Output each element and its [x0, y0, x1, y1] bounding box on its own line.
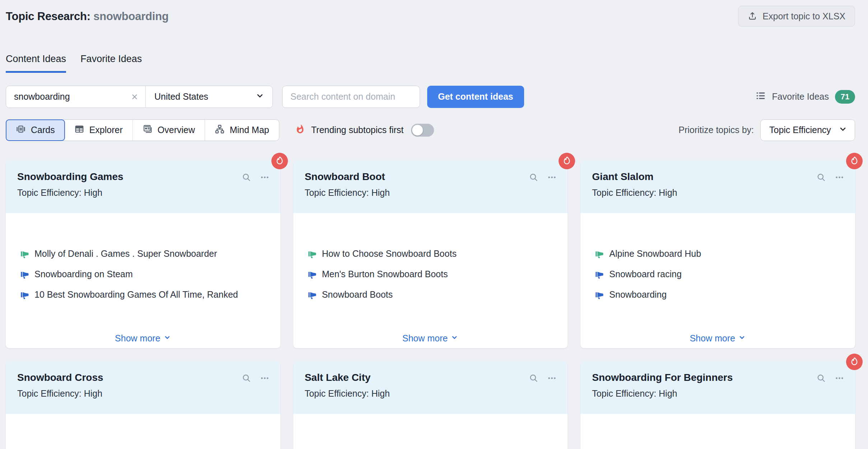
get-content-ideas-button[interactable]: Get content ideas — [427, 86, 524, 108]
idea-item[interactable]: Molly of Denali . Games . Super Snowboar… — [20, 249, 270, 259]
page-title-label: Topic Research: — [6, 10, 90, 23]
idea-item-text: Snowboarding — [609, 289, 667, 300]
prioritize-label: Prioritize topics by: — [678, 125, 754, 135]
chevron-down-icon — [738, 333, 746, 344]
trending-subtopics-toggle[interactable] — [411, 124, 434, 137]
megaphone-icon — [308, 249, 317, 259]
topic-efficiency-label: Topic Efficiency: High — [592, 188, 677, 198]
card-body — [293, 414, 568, 449]
topic-query-input[interactable] — [13, 91, 130, 102]
export-topic-button[interactable]: Export topic to XLSX — [738, 6, 855, 27]
ellipsis-menu-icon[interactable] — [260, 373, 270, 383]
prioritize-control: Prioritize topics by: Topic Efficiency — [678, 119, 855, 141]
card-title[interactable]: Salt Lake City — [305, 372, 390, 383]
show-more-label: Show more — [690, 333, 735, 344]
card-actions — [242, 171, 270, 213]
search-icon[interactable] — [242, 172, 251, 182]
search-icon[interactable] — [529, 373, 538, 383]
idea-item[interactable]: Snowboard Boots — [308, 290, 557, 300]
card-body: How to Choose Snowboard Boots Men's Burt… — [293, 213, 568, 348]
idea-list: How to Choose Snowboard Boots Men's Burt… — [293, 213, 568, 300]
topic-efficiency-label: Topic Efficiency: High — [305, 388, 390, 399]
ellipsis-menu-icon[interactable] — [260, 172, 270, 182]
page-header: Topic Research: snowboarding Export topi… — [6, 6, 855, 30]
show-more-label: Show more — [115, 333, 160, 344]
ellipsis-menu-icon[interactable] — [547, 172, 557, 182]
region-select[interactable]: United States — [146, 86, 272, 108]
idea-item[interactable]: Snowboarding — [595, 290, 844, 300]
card-header: Snowboard Cross Topic Efficiency: High — [6, 361, 280, 414]
table-icon — [74, 124, 84, 136]
idea-item[interactable]: Alpine Snowboard Hub — [595, 249, 844, 259]
card-header-text: Giant Slalom Topic Efficiency: High — [592, 171, 677, 213]
search-icon[interactable] — [529, 172, 538, 182]
topic-card: Salt Lake City Topic Efficiency: High — [293, 361, 568, 449]
query-group: United States — [6, 86, 273, 108]
megaphone-icon — [308, 290, 317, 299]
card-body — [580, 414, 855, 449]
card-title[interactable]: Snowboard Cross — [17, 372, 103, 383]
ellipsis-menu-icon[interactable] — [835, 172, 844, 182]
ellipsis-menu-icon[interactable] — [547, 373, 557, 383]
topic-efficiency-label: Topic Efficiency: High — [305, 188, 390, 198]
domain-search-input[interactable] — [282, 86, 420, 108]
idea-item[interactable]: Snowboard racing — [595, 269, 844, 279]
card-title[interactable]: Snowboarding Games — [17, 171, 123, 183]
card-header: Snowboarding For Beginners Topic Efficie… — [580, 361, 855, 414]
idea-item[interactable]: Snowboarding on Steam — [20, 269, 270, 279]
ellipsis-menu-icon[interactable] — [835, 373, 844, 383]
export-button-label: Export topic to XLSX — [762, 11, 845, 22]
region-select-value: United States — [154, 91, 208, 102]
megaphone-icon — [308, 270, 317, 279]
tab-favorite-ideas[interactable]: Favorite Ideas — [80, 53, 142, 73]
card-title[interactable]: Snowboarding For Beginners — [592, 372, 733, 383]
topic-card: Snowboarding Games Topic Efficiency: Hig… — [6, 160, 280, 348]
view-tab-label: Overview — [158, 125, 195, 135]
megaphone-icon — [595, 290, 604, 299]
favorite-ideas-link[interactable]: Favorite Ideas 71 — [755, 90, 855, 104]
card-title[interactable]: Giant Slalom — [592, 171, 677, 183]
search-icon[interactable] — [816, 172, 826, 182]
card-body — [6, 414, 280, 449]
view-tab-explorer[interactable]: Explorer — [65, 120, 133, 141]
trending-fire-badge — [846, 153, 863, 169]
fire-icon — [295, 124, 305, 136]
view-tab-overview[interactable]: Overview — [133, 120, 205, 141]
overview-icon — [143, 124, 153, 136]
view-tab-cards[interactable]: Cards — [6, 119, 65, 141]
idea-list: Molly of Denali . Games . Super Snowboar… — [6, 213, 280, 300]
idea-item[interactable]: 10 Best Snowboarding Games Of All Time, … — [20, 290, 270, 300]
search-icon[interactable] — [242, 373, 251, 383]
topic-research-page: Topic Research: snowboarding Export topi… — [0, 0, 868, 449]
card-title[interactable]: Snowboard Boot — [305, 171, 390, 183]
topic-card: Snowboard Boot Topic Efficiency: High Ho… — [293, 160, 568, 348]
card-body: Molly of Denali . Games . Super Snowboar… — [6, 213, 280, 348]
view-tab-label: Cards — [31, 125, 55, 135]
mindmap-icon — [215, 124, 225, 136]
show-more-label: Show more — [402, 333, 448, 344]
idea-item[interactable]: Men's Burton Snowboard Boots — [308, 269, 557, 279]
idea-item-text: Snowboard Boots — [322, 289, 393, 300]
show-more-link[interactable]: Show more — [6, 333, 280, 344]
cards-icon — [16, 124, 26, 136]
search-row: United States Get content ideas Favorite… — [6, 86, 855, 108]
view-tab-mind-map[interactable]: Mind Map — [205, 120, 279, 141]
card-header-text: Snowboarding For Beginners Topic Efficie… — [592, 372, 733, 414]
megaphone-icon — [20, 249, 29, 259]
show-more-link[interactable]: Show more — [580, 333, 855, 344]
idea-item-text: 10 Best Snowboarding Games Of All Time, … — [34, 289, 238, 300]
topic-card: Snowboard Cross Topic Efficiency: High — [6, 361, 280, 449]
page-title: Topic Research: snowboarding — [6, 10, 169, 23]
list-icon — [755, 90, 766, 103]
prioritize-select[interactable]: Topic Efficiency — [760, 119, 855, 141]
close-icon[interactable] — [130, 93, 139, 101]
chevron-down-icon — [255, 91, 265, 103]
search-icon[interactable] — [816, 373, 826, 383]
show-more-link[interactable]: Show more — [293, 333, 568, 344]
tab-content-ideas[interactable]: Content Ideas — [6, 53, 66, 73]
megaphone-icon — [595, 270, 604, 279]
view-tab-label: Mind Map — [230, 125, 269, 135]
chevron-down-icon — [163, 333, 171, 344]
idea-item[interactable]: How to Choose Snowboard Boots — [308, 249, 557, 259]
card-actions — [816, 372, 844, 414]
